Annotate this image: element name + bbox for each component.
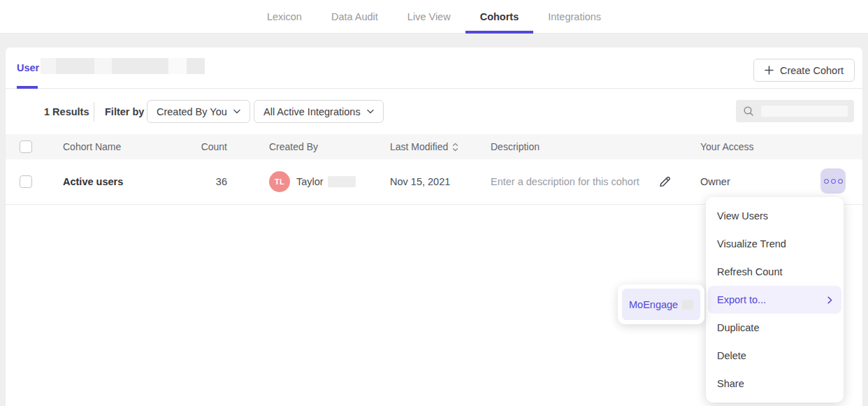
row-actions-button[interactable] bbox=[820, 168, 846, 194]
header-last-modified[interactable]: Last Modified bbox=[390, 134, 458, 159]
redacted-block bbox=[187, 58, 205, 74]
nav-tab-cohorts[interactable]: Cohorts bbox=[465, 0, 534, 33]
redacted-block bbox=[112, 58, 168, 74]
cohort-name-link[interactable]: Active users bbox=[63, 176, 123, 187]
row-checkbox[interactable] bbox=[20, 175, 32, 188]
redacted-surname bbox=[328, 176, 356, 187]
redacted-block bbox=[168, 58, 187, 74]
more-options-icon bbox=[831, 179, 836, 184]
table-header: Cohort Name Count Created By Last Modifi… bbox=[6, 134, 862, 159]
filter-bar: 1 Results Filter by Created By You All A… bbox=[6, 89, 862, 134]
nav-tab-data-audit[interactable]: Data Audit bbox=[317, 0, 393, 33]
cohort-type-tabs: User Create Cohort bbox=[6, 48, 862, 89]
created-by-name: Taylor bbox=[296, 176, 324, 187]
create-cohort-label: Create Cohort bbox=[780, 65, 844, 76]
pencil-icon bbox=[658, 175, 672, 189]
chevron-down-icon bbox=[367, 109, 374, 114]
nav-tabs: Lexicon Data Audit Live View Cohorts Int… bbox=[252, 0, 616, 33]
tab-user[interactable]: User bbox=[17, 48, 39, 88]
redacted-block bbox=[56, 58, 94, 74]
menu-item-duplicate[interactable]: Duplicate bbox=[706, 314, 844, 342]
created-by-dropdown[interactable]: Created By You bbox=[147, 100, 250, 123]
last-modified-date: Nov 15, 2021 bbox=[390, 176, 450, 187]
redacted-search-placeholder bbox=[761, 106, 848, 117]
header-your-access: Your Access bbox=[700, 134, 754, 159]
redacted-block bbox=[682, 300, 693, 310]
menu-item-delete[interactable]: Delete bbox=[706, 342, 844, 370]
menu-item-refresh-count[interactable]: Refresh Count bbox=[706, 258, 844, 286]
menu-item-export-to-label: Export to... bbox=[717, 294, 766, 305]
row-actions-menu: View Users Visualize Trend Refresh Count… bbox=[706, 197, 844, 403]
avatar: TL bbox=[269, 171, 290, 192]
search-icon bbox=[742, 105, 755, 117]
more-options-icon bbox=[824, 179, 829, 184]
export-submenu: MoEngage bbox=[618, 284, 704, 324]
plus-icon bbox=[765, 66, 774, 75]
edit-description-button[interactable] bbox=[654, 171, 675, 192]
access-level: Owner bbox=[700, 176, 730, 187]
redacted-block bbox=[94, 58, 112, 74]
create-cohort-button[interactable]: Create Cohort bbox=[753, 59, 855, 82]
nav-tab-live-view[interactable]: Live View bbox=[393, 0, 465, 33]
menu-item-view-users[interactable]: View Users bbox=[706, 202, 844, 230]
nav-tab-integrations[interactable]: Integrations bbox=[533, 0, 616, 33]
header-cohort-name: Cohort Name bbox=[63, 134, 121, 159]
more-options-icon bbox=[838, 179, 843, 184]
top-navigation: Lexicon Data Audit Live View Cohorts Int… bbox=[0, 0, 868, 34]
header-description: Description bbox=[491, 134, 540, 159]
search-input[interactable] bbox=[736, 100, 854, 122]
sort-icon bbox=[452, 143, 458, 152]
menu-item-share[interactable]: Share bbox=[706, 370, 844, 398]
description-field[interactable]: Enter a description for this cohort bbox=[491, 176, 639, 187]
nav-tab-lexicon[interactable]: Lexicon bbox=[252, 0, 317, 33]
header-created-by: Created By bbox=[269, 134, 318, 159]
chevron-right-icon bbox=[827, 296, 832, 304]
header-last-modified-label: Last Modified bbox=[390, 141, 448, 152]
created-by-dropdown-value: Created By You bbox=[157, 106, 227, 117]
header-count: Count bbox=[166, 134, 227, 159]
submenu-item-moengage-label: MoEngage bbox=[629, 299, 678, 310]
results-count: 1 Results bbox=[44, 89, 89, 134]
submenu-item-moengage[interactable]: MoEngage bbox=[622, 289, 700, 320]
cohort-count: 36 bbox=[216, 176, 227, 187]
select-all-checkbox[interactable] bbox=[20, 140, 32, 153]
redacted-tabs bbox=[41, 58, 205, 74]
filter-by-label: Filter by bbox=[105, 89, 144, 134]
divider bbox=[94, 102, 94, 122]
integrations-dropdown-value: All Active Integrations bbox=[263, 106, 361, 117]
menu-item-export-to[interactable]: Export to... bbox=[708, 286, 841, 314]
menu-item-visualize-trend[interactable]: Visualize Trend bbox=[706, 230, 844, 258]
chevron-down-icon bbox=[233, 109, 240, 114]
integrations-dropdown[interactable]: All Active Integrations bbox=[254, 100, 384, 123]
redacted-block bbox=[41, 58, 56, 74]
